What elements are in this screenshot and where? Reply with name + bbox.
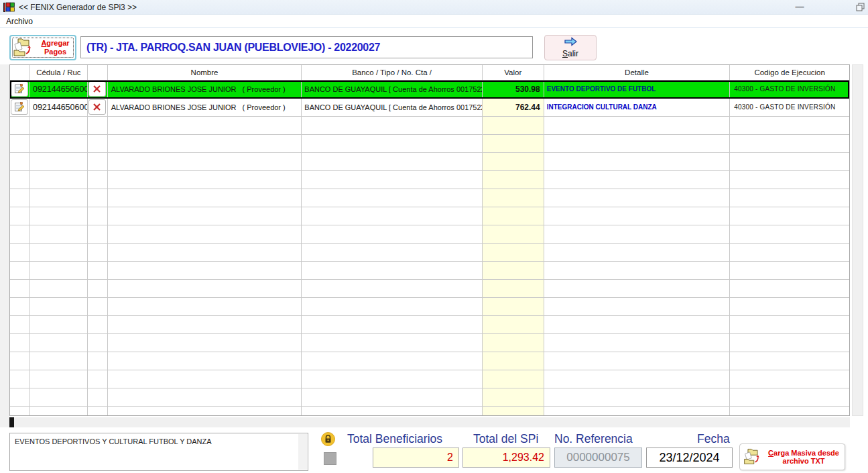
grid-row-empty	[10, 388, 849, 407]
cell-codigo[interactable]: 40300 - GASTO DE INVERSIÓN	[730, 81, 849, 99]
cell-empty	[10, 407, 30, 415]
total-spi-field[interactable]: 1,293.42	[462, 448, 550, 468]
grid-row-empty	[10, 352, 849, 370]
grid-row-empty	[10, 153, 849, 171]
cell-empty	[88, 334, 108, 352]
cell-empty	[10, 171, 30, 189]
cell-empty	[30, 244, 88, 262]
edit-row-button[interactable]	[11, 81, 28, 97]
referencia-field[interactable]: 0000000075	[554, 448, 642, 468]
window-title: << FENIX Generador de SPi3 >>	[19, 3, 137, 12]
cell-empty	[483, 135, 544, 153]
cell-nombre[interactable]: ALVARADO BRIONES JOSE JUNIOR ( Proveedor…	[108, 99, 302, 117]
cell-detalle[interactable]: EVENTO DEPORTIVO DE FUTBOL	[544, 81, 731, 99]
grid-row-empty	[10, 171, 849, 189]
cell-detalle[interactable]: INTEGRACION CULTURAL DANZA	[544, 99, 731, 117]
cell-empty	[88, 135, 108, 153]
cell-empty	[108, 244, 302, 262]
cell-banco[interactable]: BANCO DE GUAYAQUIL [ Cuenta de Ahorros 0…	[302, 99, 483, 117]
cell-empty	[30, 352, 88, 370]
restore-button[interactable]	[856, 3, 865, 12]
column-header-banco[interactable]: Banco / Tipo / No. Cta /	[302, 65, 483, 80]
cell-empty	[10, 280, 30, 298]
cell-empty	[544, 244, 731, 262]
scrollbar-thumb[interactable]	[9, 417, 14, 427]
cell-empty	[108, 207, 302, 225]
cell-empty	[302, 135, 483, 153]
cell-empty	[88, 153, 108, 171]
cell-nombre[interactable]: ALVARADO BRIONES JOSE JUNIOR ( Proveedor…	[108, 81, 302, 99]
cell-empty	[30, 316, 88, 334]
column-header-nombre[interactable]: Nombre	[108, 65, 302, 80]
cell-empty	[10, 207, 30, 225]
column-header-cedula[interactable]: Cédula / Ruc	[30, 65, 88, 80]
cell-empty	[483, 189, 544, 207]
cell-empty	[30, 171, 88, 189]
fecha-field[interactable]: 23/12/2024	[646, 448, 733, 468]
cell-empty	[302, 189, 483, 207]
grid-row-empty	[10, 117, 849, 135]
grid-row-empty	[10, 370, 849, 388]
delete-row-button[interactable]	[88, 99, 106, 115]
cell-valor[interactable]: 530.98	[483, 81, 544, 99]
referencia-label: No. Referencia	[554, 432, 633, 446]
cell-empty	[30, 207, 88, 225]
cell-cedula[interactable]: 0921446506001	[30, 81, 88, 99]
grid-row[interactable]: 0921446506001ALVARADO BRIONES JOSE JUNIO…	[10, 81, 849, 99]
cell-empty	[88, 280, 108, 298]
cell-empty	[302, 207, 483, 225]
cell-empty	[544, 388, 731, 407]
carga-masiva-button[interactable]: Carga Masiva desde archivo TXT	[739, 443, 845, 470]
grid-row[interactable]: 0921446506001ALVARADO BRIONES JOSE JUNIO…	[10, 99, 849, 117]
cell-codigo[interactable]: 40300 - GASTO DE INVERSIÓN	[730, 99, 849, 117]
cell-empty	[544, 207, 731, 225]
cell-empty	[730, 298, 849, 316]
cell-cedula[interactable]: 0921446506001	[30, 99, 88, 117]
cell-empty	[302, 316, 483, 334]
cell-empty	[30, 334, 88, 352]
cell-empty	[88, 262, 108, 280]
total-beneficiarios-field[interactable]: 2	[373, 448, 459, 468]
edit-row-button[interactable]	[11, 99, 28, 115]
grid-vertical-scrollbar[interactable]	[852, 64, 863, 416]
cell-empty	[544, 171, 731, 189]
cell-empty	[730, 207, 849, 225]
cell-empty	[10, 189, 30, 207]
textarea-scrollbar[interactable]	[298, 434, 307, 470]
menu-item-archivo[interactable]: Archivo	[0, 15, 39, 26]
column-header-delete[interactable]	[88, 65, 108, 80]
cell-empty	[483, 117, 544, 135]
cell-empty	[483, 262, 544, 280]
cell-empty	[30, 117, 88, 135]
title-bar: << FENIX Generador de SPi3 >> —	[0, 0, 868, 15]
column-header-codigo[interactable]: Codigo de Ejecucion	[730, 65, 849, 80]
cell-edit	[10, 81, 30, 99]
description-textarea[interactable]: EVENTOS DEPORTIVOS Y CULTURAL FUTBOL Y D…	[9, 433, 308, 471]
cell-empty	[730, 171, 849, 189]
delete-row-button[interactable]	[88, 81, 106, 97]
column-header-valor[interactable]: Valor	[483, 65, 544, 80]
cell-empty	[544, 117, 731, 135]
application-window: << FENIX Generador de SPi3 >> — Archivo …	[0, 0, 868, 473]
minimize-button[interactable]: —	[788, 0, 811, 15]
cell-empty	[10, 153, 30, 171]
grid-horizontal-scrollbar[interactable]	[9, 417, 850, 427]
cell-banco[interactable]: BANCO DE GUAYAQUIL [ Cuenta de Ahorros 0…	[302, 81, 483, 99]
column-header-edit[interactable]	[10, 65, 30, 80]
add-payments-button[interactable]: Agregar Pagos	[9, 35, 76, 60]
cell-empty	[730, 117, 849, 135]
cell-valor[interactable]: 762.44	[483, 99, 544, 117]
grid-row-empty	[10, 280, 849, 298]
cell-empty	[544, 135, 731, 153]
cell-empty	[730, 225, 849, 244]
cell-empty	[544, 407, 731, 415]
exit-button[interactable]: Salir	[544, 35, 597, 60]
entity-title-input[interactable]: (TR) - JTA. PARROQ.SAN JUAN (PUEBLOVIEJO…	[80, 36, 533, 58]
cell-empty	[88, 244, 108, 262]
cell-empty	[483, 171, 544, 189]
lock-icon	[321, 432, 335, 446]
cell-empty	[10, 370, 30, 388]
column-header-detalle[interactable]: Detalle	[544, 65, 731, 80]
cell-empty	[30, 135, 88, 153]
cell-empty	[302, 280, 483, 298]
